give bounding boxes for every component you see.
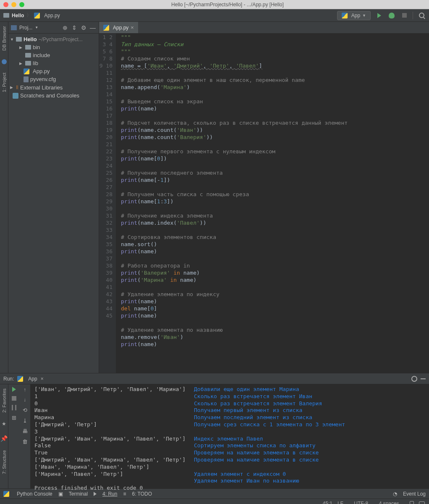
python-file-icon [24,68,29,74]
folder-icon [25,45,31,50]
event-log-button[interactable]: Event Log [403,491,426,497]
breadcrumb: Hello 〉 App.py [3,12,337,19]
terminal-button[interactable]: Terminal [69,491,88,497]
line-number-gutter: 1 2 3 4 5 6 7 8 9 10 11 12 13 14 15 16 1… [99,34,116,373]
run-left-rail: 2: Favorites ★ 📌 7: Structure [0,384,8,488]
code-editor[interactable]: 1 2 3 4 5 6 7 8 9 10 11 12 13 14 15 16 1… [99,34,429,373]
tree-label: include [33,52,50,58]
gear-icon[interactable] [411,376,417,382]
stop-icon [402,13,407,18]
tree-label: pyvenv.cfg [30,76,56,82]
scroll-icon[interactable]: ⤓ [23,417,27,424]
close-run-tab-icon[interactable]: × [41,376,44,382]
folder-icon [25,53,31,58]
chevron-down-icon: ▼ [362,13,366,18]
run-tool-window: Run: App × 2: Favorites ★ 📌 7: Structure… [0,373,429,488]
expand-arrow-icon[interactable]: ▶ [10,85,14,89]
rerun-icon[interactable] [12,387,16,392]
trash-icon[interactable]: 🗑 [22,438,28,445]
hide-icon[interactable]: — [89,24,96,31]
expand-arrow-icon[interactable]: ▼ [10,37,14,42]
collapse-icon[interactable]: ⇕ [71,24,78,31]
scratches-icon [13,93,18,99]
tree-item-lib[interactable]: ▶lib [8,59,99,67]
stop-icon[interactable] [12,396,16,401]
soft-wrap-icon[interactable]: ⟲ [23,407,27,413]
search-icon [419,13,424,18]
pin-icon[interactable]: 📌 [0,435,8,442]
gear-icon[interactable]: ⚙ [80,24,87,31]
project-sidebar: Proj... ▼ ⊕ ⇕ ⚙ — ▼ Hello ~/PycharmProje… [8,22,99,373]
hide-icon[interactable] [421,378,426,379]
editor-tab-app[interactable]: App.py × [99,22,138,33]
chevron-down-icon[interactable]: ▼ [35,26,38,29]
close-window-icon[interactable] [3,2,8,7]
tree-label: bin [33,44,40,50]
structure-tab[interactable]: 7: Structure [2,450,7,474]
up-arrow-icon[interactable]: ↑ [24,387,26,393]
sidebar-title: Proj... [19,25,32,31]
indent-setting[interactable]: 4 spaces ⌄ [379,501,405,504]
line-separator[interactable]: LF ⌄ [337,501,349,504]
console-output[interactable]: ['Иван', 'Дмитрий', 'Петр', 'Павел', 'Ма… [30,384,429,488]
view-icon [11,25,17,30]
tree-label: lib [33,60,38,66]
lock-icon[interactable] [410,501,414,504]
list-icon: ≡ [123,491,126,497]
chevron-right-icon: 〉 [26,12,31,19]
zoom-window-icon[interactable] [19,2,24,7]
inspector-icon[interactable] [419,501,425,504]
todo-button[interactable]: 6: TODO [132,491,152,497]
bug-icon [389,13,395,18]
file-encoding[interactable]: UTF-8 ⌄ [354,501,374,504]
run-configuration-selector[interactable]: App ▼ [337,11,371,20]
target-icon[interactable]: ⊕ [62,24,68,31]
console-annotations: Добавили еще один элемент Марина Сколько… [186,386,345,487]
run-tool-button[interactable]: 4: Run [102,491,117,497]
stop-button[interactable] [400,11,408,20]
folder-icon [3,13,9,18]
python-file-icon [103,25,109,31]
run-button[interactable] [375,11,383,20]
expand-arrow-icon[interactable]: ▶ [19,45,24,50]
favorites-tab[interactable]: 2: Favorites [2,388,7,412]
expand-arrow-icon[interactable]: ▶ [19,61,24,66]
cursor-position[interactable]: 45:1 [323,501,332,504]
tree-external-libraries[interactable]: ▶⫴External Libraries [8,83,99,92]
code-content[interactable]: """ Тип данных — Списки """ # Создаем сп… [116,34,429,373]
editor-tab-bar: App.py × [99,22,429,34]
db-icon [2,59,7,64]
print-icon[interactable]: 🖶 [22,428,28,434]
minimize-window-icon[interactable] [11,2,16,7]
tree-scratches[interactable]: Scratches and Consoles [8,92,99,100]
breadcrumb-file[interactable]: App.py [44,13,60,18]
tree-item-pyvenv[interactable]: pyvenv.cfg [8,75,99,83]
debug-button[interactable] [387,11,396,20]
run-label: Run: [3,376,14,382]
down-arrow-icon[interactable]: ↓ [24,397,26,403]
tree-item-app-py[interactable]: App.py [8,67,99,75]
project-tree: ▼ Hello ~/PycharmProject... ▶bin include… [8,34,99,101]
project-tab[interactable]: 1: Project [2,73,7,92]
python-icon [3,491,9,497]
run-tab-name[interactable]: App [28,376,37,382]
tree-root-path: ~/PycharmProject... [39,37,83,42]
tree-root[interactable]: ▼ Hello ~/PycharmProject... [8,35,99,43]
tree-label: Scratches and Consoles [20,92,79,99]
tree-label: External Libraries [20,84,63,91]
db-browser-tab[interactable]: DB Browser [2,26,7,51]
search-button[interactable] [417,11,426,20]
run-controls-column-2: ↑ ↓ ⟲ ⤓ 🖶 🗑 [19,384,30,488]
separator [413,12,413,19]
tree-item-include[interactable]: include [8,51,99,59]
tree-label: App.py [33,68,50,74]
breadcrumb-project[interactable]: Hello [12,13,24,18]
close-tab-icon[interactable]: × [131,24,134,31]
play-icon [94,492,97,496]
pause-icon[interactable] [12,405,16,410]
tree-item-bin[interactable]: ▶bin [8,43,99,51]
python-icon [342,13,348,18]
layout-icon[interactable]: ⊞ [12,415,16,421]
python-console-button[interactable]: Python Console [17,491,52,497]
folder-icon [25,61,31,66]
